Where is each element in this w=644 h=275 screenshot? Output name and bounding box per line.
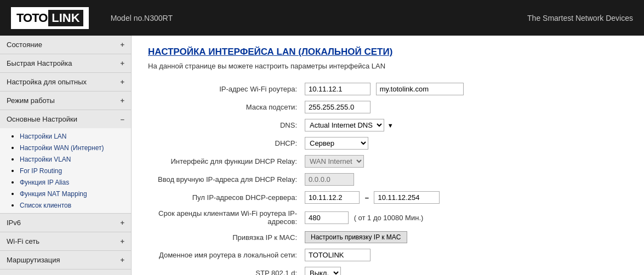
dhcp-relay-iface-select[interactable]: WAN Internet LAN [305,155,364,168]
sidebar-item-quick[interactable]: Быстрая Настройка + [0,54,131,72]
sidebar-toggle-ipv6: + [120,219,124,227]
ip-domain-input[interactable] [376,83,464,95]
table-row: Срок аренды клиентами Wi-Fi роутера IP-а… [148,207,628,228]
tagline: The Smartest Network Devices [527,14,633,22]
sidebar-toggle-wifi: + [120,237,124,245]
sidebar-label-routing: Маршрутизация [7,256,60,264]
lease-input[interactable] [305,211,349,224]
layout: Состояние + Быстрая Настройка + Настройк… [0,36,644,275]
mac-bind-label: Привязка IP к MAC: [148,228,301,246]
stp-label: STP 802.1 d: [148,264,301,275]
dns-select[interactable]: Actual Internet DNS Manual [305,119,384,131]
dhcp-relay-ip-field [301,170,628,188]
sidebar-toggle-status: + [120,41,124,49]
sidebar-item-ip-alias[interactable]: Функция IP Alias [20,179,69,186]
sidebar-toggle-mode: + [120,96,124,105]
sidebar-section-wifi: Wi-Fi сеть + [0,232,131,251]
list-item: Настройки VLAN [20,153,131,165]
mac-bind-button[interactable]: Настроить привязку IP к MAC [305,231,407,243]
stp-select[interactable]: Выкл. Вкл. [305,267,341,275]
dhcp-relay-ip-input[interactable] [305,173,354,186]
sidebar-section-mode: Режим работы + [0,91,131,110]
dhcp-field: Сервер Выкл. Ретрансляция [301,134,628,152]
sidebar-section-routing: Маршрутизация + [0,251,131,270]
sidebar-item-advanced[interactable]: Настройка для опытных + [0,73,131,91]
table-row: DHCP: Сервер Выкл. Ретрансляция [148,134,628,152]
logo-link: LINK [48,10,83,26]
sidebar-section-firewall: Межсетевой экран + [0,270,131,275]
list-item: Настройки LAN [20,130,131,142]
table-row: IP-адрес Wi-Fi роутера: [148,80,628,98]
table-row: Пул IP-адресов DHCP-сервера: – [148,188,628,207]
sidebar: Состояние + Быстрая Настройка + Настройк… [0,36,132,275]
dhcp-select[interactable]: Сервер Выкл. Ретрансляция [305,137,368,150]
sidebar-label-quick: Быстрая Настройка [7,59,72,67]
mac-bind-field: Настроить привязку IP к MAC [301,228,628,246]
sidebar-label-advanced: Настройка для опытных [7,78,87,86]
domain-input[interactable] [305,249,371,261]
lease-note: ( от 1 до 10080 Мин.) [354,214,424,222]
dhcp-pool-end-input[interactable] [374,191,440,204]
sidebar-item-wifi[interactable]: Wi-Fi сеть + [0,232,131,250]
logo-toto: TOTO [16,11,47,25]
main-content: НАСТРОЙКА ИНТЕРФЕЙСА LAN (ЛОКАЛЬНОЙ СЕТИ… [132,36,644,275]
dash-separator: – [365,193,369,202]
sidebar-item-ip-routing[interactable]: For IP Routing [20,167,62,175]
list-item: Настройки WAN (Интернет) [20,142,131,153]
sidebar-label-basic: Основные Настройки [7,115,77,123]
sidebar-item-routing[interactable]: Маршрутизация + [0,251,131,269]
sidebar-item-basic[interactable]: Основные Настройки – [0,110,131,128]
sidebar-toggle-advanced: + [120,78,124,86]
table-row: Ввод вручную IP-адреса для DHCP Relay: [148,170,628,188]
sidebar-item-firewall[interactable]: Межсетевой экран + [0,270,131,275]
list-item: Функция IP Alias [20,176,131,188]
dhcp-label: DHCP: [148,134,301,152]
table-row: Маска подсети: [148,98,628,116]
sidebar-item-lan[interactable]: Настройки LAN [20,133,67,140]
sidebar-section-quick: Быстрая Настройка + [0,54,131,73]
sidebar-item-nat-mapping[interactable]: Функция NAT Mapping [20,190,87,198]
page-description: На данной странице вы можете настроить п… [148,62,628,70]
table-row: Привязка IP к MAC: Настроить привязку IP… [148,228,628,246]
sidebar-label-status: Состояние [7,41,42,49]
sidebar-submenu-basic: Настройки LAN Настройки WAN (Интернет) Н… [0,128,131,213]
mask-field [301,98,628,116]
dhcp-pool-start-input[interactable] [305,191,360,204]
sidebar-item-clients[interactable]: Список клиентов [20,202,71,209]
table-row: Доменное имя роутера в локальной сети: [148,246,628,264]
dhcp-relay-iface-label: Интерфейс для функции DHCP Relay: [148,152,301,170]
lease-label: Срок аренды клиентами Wi-Fi роутера IP-а… [148,207,301,228]
domain-label: Доменное имя роутера в локальной сети: [148,246,301,264]
lease-field: ( от 1 до 10080 Мин.) [301,207,628,228]
sidebar-item-mode[interactable]: Режим работы + [0,91,131,110]
sidebar-section-advanced: Настройка для опытных + [0,73,131,91]
sidebar-item-status[interactable]: Состояние + [0,36,131,54]
mask-label: Маска подсети: [148,98,301,116]
sidebar-toggle-basic: – [121,115,124,123]
dhcp-relay-ip-label: Ввод вручную IP-адреса для DHCP Relay: [148,170,301,188]
sidebar-label-ipv6: IPv6 [7,219,21,227]
dhcp-pool-field: – [301,188,628,207]
mask-input[interactable] [305,101,371,113]
sidebar-section-basic: Основные Настройки – Настройки LAN Настр… [0,110,131,214]
table-row: STP 802.1 d: Выкл. Вкл. [148,264,628,275]
list-item: Список клиентов [20,199,131,211]
page-title: НАСТРОЙКА ИНТЕРФЕЙСА LAN (ЛОКАЛЬНОЙ СЕТИ… [148,47,628,58]
dhcp-pool-label: Пул IP-адресов DHCP-сервера: [148,188,301,207]
ip-field [301,80,628,98]
domain-field [301,246,628,264]
list-item: For IP Routing [20,165,131,176]
sidebar-toggle-routing: + [120,256,124,264]
logo: TOTO LINK [11,7,89,29]
ip-input[interactable] [305,83,371,95]
sidebar-item-vlan[interactable]: Настройки VLAN [20,156,71,163]
header: TOTO LINK Model no.N300RT The Smartest N… [0,0,644,36]
sidebar-section-status: Состояние + [0,36,131,54]
table-row: Интерфейс для функции DHCP Relay: WAN In… [148,152,628,170]
ip-label: IP-адрес Wi-Fi роутера: [148,80,301,98]
dhcp-relay-iface-field: WAN Internet LAN [301,152,628,170]
settings-form: IP-адрес Wi-Fi роутера: Маска подсети: D… [148,80,628,275]
sidebar-item-ipv6[interactable]: IPv6 + [0,214,131,232]
sidebar-item-wan[interactable]: Настройки WAN (Интернет) [20,144,104,152]
sidebar-section-ipv6: IPv6 + [0,214,131,232]
